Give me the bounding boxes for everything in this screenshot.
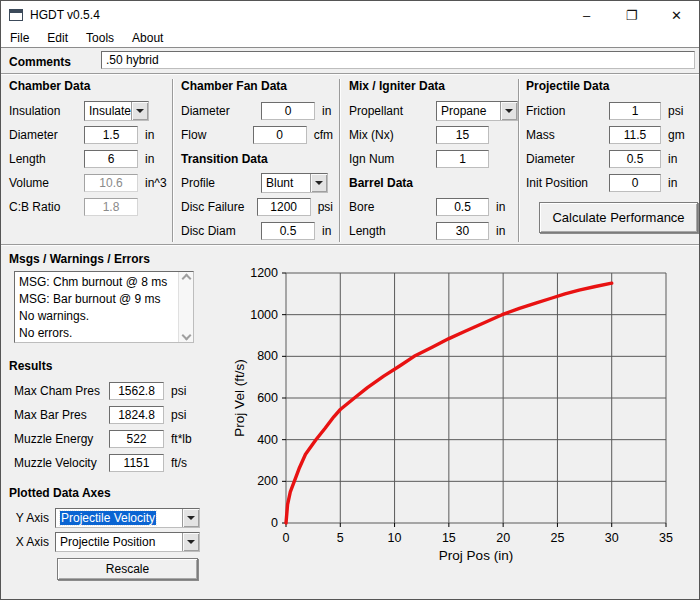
init-position-unit: in [668, 176, 677, 190]
chamber-length-unit: in [145, 152, 154, 166]
y-axis-label: Y Axis [9, 511, 49, 525]
app-icon [9, 9, 23, 21]
chevron-down-icon[interactable] [131, 102, 148, 120]
rescale-button[interactable]: Rescale [57, 558, 198, 580]
mass-unit: gm [668, 128, 685, 142]
friction-label: Friction [526, 104, 609, 118]
results-heading: Results [9, 359, 52, 373]
barrel-length-unit: in [496, 224, 505, 238]
mix-nx-row: Mix (Nx) [349, 123, 521, 147]
mass-label: Mass [526, 128, 609, 142]
x-axis-selected-value: Projectile Position [56, 533, 182, 551]
x-axis-label: X Axis [9, 535, 49, 549]
propellant-row: Propellant Propane [349, 99, 521, 123]
mix-data-heading: Mix / Igniter Data [349, 79, 445, 93]
propellant-label: Propellant [349, 104, 436, 118]
calculate-performance-button[interactable]: Calculate Performance [539, 202, 698, 233]
chamber-data-heading: Chamber Data [9, 79, 90, 93]
disc-failure-input[interactable] [257, 198, 311, 216]
init-position-input[interactable] [609, 174, 661, 192]
friction-unit: psi [668, 104, 683, 118]
list-item[interactable]: No errors. [19, 325, 178, 342]
menu-edit[interactable]: Edit [38, 30, 77, 47]
menu-about[interactable]: About [123, 30, 172, 47]
caption-buttons: – ❐ ✕ [564, 1, 699, 29]
chevron-down-icon[interactable] [182, 533, 199, 551]
disc-diam-input[interactable] [261, 222, 315, 240]
chevron-down-icon[interactable] [182, 509, 199, 527]
max-cham-pres-label: Max Cham Pres [14, 384, 109, 398]
chamber-length-label: Length [9, 152, 84, 166]
muzzle-velocity-label: Muzzle Velocity [14, 456, 109, 470]
chart-x-axis-label: Proj Pos (in) [439, 548, 513, 563]
tick-label-x: 5 [337, 531, 344, 545]
menu-file[interactable]: File [1, 30, 38, 47]
chevron-down-icon[interactable] [500, 102, 517, 120]
projectile-diameter-input[interactable] [609, 150, 661, 168]
bore-row: Bore in [349, 195, 521, 219]
fan-diameter-input[interactable] [261, 102, 315, 120]
menu-tools[interactable]: Tools [77, 30, 123, 47]
profile-select[interactable]: Blunt [261, 173, 328, 193]
chart-ticks [282, 273, 666, 527]
propellant-select[interactable]: Propane [436, 101, 518, 121]
tick-label-y: 800 [257, 349, 278, 363]
window-title: HGDT v0.5.4 [30, 8, 100, 22]
mix-nx-input[interactable] [436, 126, 489, 144]
mix-barrel-section: Propellant Propane Mix (Nx) Ign Num Barr… [349, 99, 521, 243]
scroll-down-icon[interactable] [181, 331, 191, 341]
tick-label-x: 30 [605, 531, 619, 545]
x-axis-select[interactable]: Projectile Position [55, 532, 200, 552]
tick-label-x: 35 [659, 531, 673, 545]
mass-input[interactable] [609, 126, 661, 144]
muzzle-velocity-row: Muzzle Velocity ft/s [14, 451, 192, 475]
messages-listbox[interactable]: MSG: Chm burnout @ 8 ms MSG: Bar burnout… [14, 271, 194, 343]
ign-num-label: Ign Num [349, 152, 436, 166]
chart-y-axis-label: Proj Vel (ft/s) [232, 359, 247, 436]
list-item[interactable]: MSG: Bar burnout @ 9 ms [19, 291, 178, 308]
max-bar-pres-output [109, 406, 164, 424]
fan-flow-input[interactable] [253, 126, 307, 144]
comments-label: Comments [9, 55, 71, 69]
chevron-down-icon[interactable] [310, 174, 327, 192]
plotted-axes-heading: Plotted Data Axes [9, 486, 111, 500]
mass-row: Mass gm [526, 123, 698, 147]
barrel-length-label: Length [349, 224, 436, 238]
projectile-diameter-unit: in [668, 152, 677, 166]
scroll-up-icon[interactable] [181, 274, 191, 284]
close-button[interactable]: ✕ [654, 1, 699, 29]
chamber-length-input[interactable] [84, 150, 138, 168]
tick-label-y: 0 [271, 516, 278, 530]
comments-input[interactable] [101, 51, 695, 69]
chamber-diameter-input[interactable] [84, 126, 138, 144]
max-bar-pres-row: Max Bar Pres psi [14, 403, 192, 427]
chart-tick-labels: 05101520253035020040060080010001200 [250, 266, 673, 545]
maximize-button[interactable]: ❐ [609, 1, 654, 29]
transition-data-heading: Transition Data [181, 147, 333, 171]
disc-diam-row: Disc Diam in [181, 219, 333, 243]
tick-label-x: 20 [496, 531, 510, 545]
insulation-select[interactable]: Insulated [84, 101, 149, 121]
chart-grid [286, 273, 666, 523]
y-axis-select[interactable]: Projectile Velocity [55, 508, 200, 528]
list-item[interactable]: MSG: Chm burnout @ 8 ms [19, 274, 178, 291]
chamber-data-section: Insulation Insulated Diameter in Length … [9, 99, 171, 219]
title-bar: HGDT v0.5.4 – ❐ ✕ [1, 1, 699, 29]
tick-label-x: 25 [550, 531, 564, 545]
barrel-length-input[interactable] [436, 222, 489, 240]
tick-label-x: 15 [442, 531, 456, 545]
list-item[interactable]: No warnings. [19, 308, 178, 325]
fan-diameter-unit: in [322, 104, 331, 118]
bore-input[interactable] [436, 198, 489, 216]
x-axis-row: X Axis Projectile Position [9, 531, 200, 553]
tick-label-y: 1200 [250, 266, 278, 280]
messages-scrollbar[interactable] [178, 272, 193, 342]
insulation-label: Insulation [9, 104, 84, 118]
friction-input[interactable] [609, 102, 661, 120]
minimize-button[interactable]: – [564, 1, 609, 29]
ign-num-input[interactable] [436, 150, 489, 168]
chamber-length-row: Length in [9, 147, 171, 171]
cb-ratio-output [84, 198, 138, 216]
menu-bar: File Edit Tools About [1, 29, 699, 48]
barrel-length-row: Length in [349, 219, 521, 243]
